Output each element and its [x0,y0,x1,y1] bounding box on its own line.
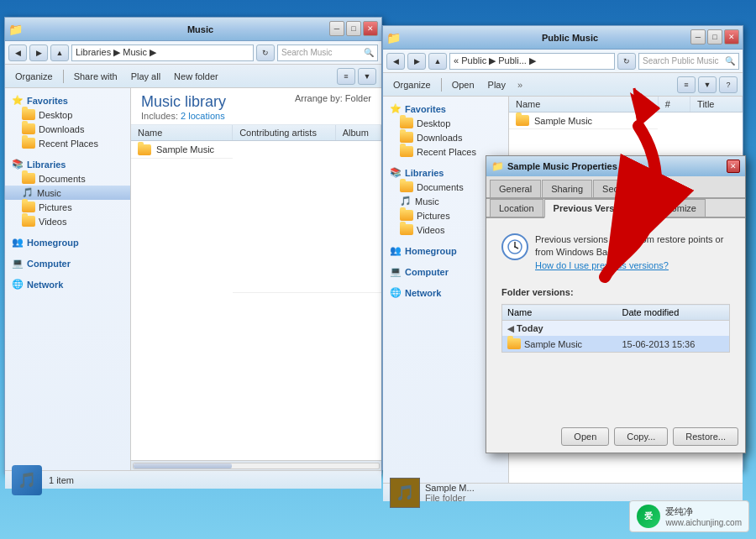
tab-location[interactable]: Location [490,199,543,217]
new-folder-btn-1[interactable]: New folder [169,67,223,86]
downloads-icon [22,123,35,134]
address-path-1[interactable]: Libraries ▶ Music ▶ [71,44,254,61]
computer-label: Computer [27,259,71,269]
titlebar-1: 📁 Music ─ □ ✕ [5,18,381,41]
sidebar-item-videos[interactable]: Videos [5,214,130,228]
locations-link[interactable]: 2 locations [181,111,225,121]
sidebar-item-downloads-2[interactable]: Downloads [383,130,508,144]
tab-general[interactable]: General [490,180,541,197]
view-btn-4[interactable]: ▼ [698,76,717,93]
status-text-1: 1 item [49,475,74,485]
homegroup-header[interactable]: 👥 Homegroup [5,233,130,249]
sidebar-item-desktop-2[interactable]: Desktop [383,116,508,130]
downloads-icon-2 [400,132,413,143]
play-btn-1[interactable]: Play all [126,67,165,86]
versions-header-row: Name Date modified [502,305,730,321]
libraries-label: Libraries [27,160,66,170]
help-btn-2[interactable]: ? [719,76,738,93]
restore-version-btn[interactable]: Restore... [673,427,738,446]
back-btn-1[interactable]: ◀ [8,44,27,61]
close-btn-2[interactable]: ✕ [724,29,739,44]
col-num-2[interactable]: # [658,97,690,113]
view-controls-2: ≡ ▼ ? [677,76,738,93]
organize-btn-1[interactable]: Organize [10,67,58,86]
info-link[interactable]: How do I use previous versions? [535,260,669,270]
network-header[interactable]: 🌐 Network [5,275,130,291]
docs-icon-2 [400,181,413,192]
search-box-1[interactable]: Search Music 🔍 [277,44,378,61]
versions-item-row[interactable]: Sample Music 15-06-2013 15:36 [502,336,730,353]
prev-versions-text: Previous versions come from restore poin… [535,233,730,272]
col-title-2[interactable]: Title [690,97,743,113]
computer-header[interactable]: 💻 Computer [5,254,130,270]
open-btn-2[interactable]: Open [447,76,480,94]
favorites-header[interactable]: ⭐ Favorites [5,92,130,107]
forward-btn-2[interactable]: ▶ [407,53,426,70]
libraries-header[interactable]: 📚 Libraries [5,155,130,171]
maximize-btn-2[interactable]: □ [707,29,722,44]
item-name-1: Sample Music [156,144,214,154]
toolbar-2: Organize Open Play » ≡ ▼ ? [383,73,743,97]
watermark-url: www.aichunjing.com [665,518,742,527]
share-btn-1[interactable]: Share with [69,67,123,86]
desktop-label-2: Desktop [417,118,450,128]
sidebar-item-downloads[interactable]: Downloads [5,122,130,136]
address-path-2[interactable]: « Public ▶ Publi... ▶ [449,53,615,70]
col-version-name[interactable]: Name [502,305,617,321]
tab-customize[interactable]: Customize [643,199,706,217]
more-btn-2[interactable]: » [517,80,522,90]
sidebar-item-music[interactable]: 🎵 Music [5,186,130,200]
up-btn-2[interactable]: ▲ [428,53,447,70]
item-artists-1 [233,141,336,293]
forward-btn-1[interactable]: ▶ [29,44,48,61]
view-btn-1[interactable]: ≡ [337,68,355,85]
close-btn-1[interactable]: ✕ [363,21,378,36]
clock-icon [501,233,528,260]
view-btn-2[interactable]: ▼ [358,68,376,85]
minimize-btn-1[interactable]: ─ [329,21,344,36]
sidebar-item-recent[interactable]: Recent Places [5,136,130,150]
music-label-2: Music [415,196,439,207]
view-btn-3[interactable]: ≡ [677,76,696,93]
table-row[interactable]: Sample Music [131,141,381,293]
up-btn-1[interactable]: ▲ [50,44,69,61]
refresh-btn-2[interactable]: ↻ [617,53,636,70]
status-bar-1: 🎵 1 item [5,470,381,489]
tab-security[interactable]: Security [593,180,645,197]
vids-label: Videos [39,217,66,227]
search-box-2[interactable]: Search Public Music 🔍 [638,53,739,70]
sidebar-item-pictures[interactable]: Pictures [5,200,130,214]
open-version-btn[interactable]: Open [561,427,609,446]
back-btn-2[interactable]: ◀ [386,53,405,70]
network-icon: 🌐 [12,279,24,290]
sidebar-item-desktop[interactable]: Desktop [5,107,130,122]
star-icon-2: ⭐ [390,103,402,114]
organize-btn-2[interactable]: Organize [388,76,436,94]
content-table-1: Name Contributing artists Album Sample M… [131,125,381,293]
col-artists-1[interactable]: Contributing artists [233,125,336,141]
properties-close-btn[interactable]: ✕ [727,160,740,173]
library-includes: Includes: 2 locations [141,111,371,121]
explorer-window-1: 📁 Music ─ □ ✕ ◀ ▶ ▲ Libraries ▶ Music ▶ … [4,17,382,474]
scrollbar-h-1[interactable] [131,460,381,470]
maximize-btn-1[interactable]: □ [346,21,361,36]
address-bar-1: ◀ ▶ ▲ Libraries ▶ Music ▶ ↻ Search Music… [5,41,381,65]
status-bar-2: 🎵 Sample M... File folder [383,483,743,501]
watermark-logo: 爱 [637,505,660,528]
favorites-header-2[interactable]: ⭐ Favorites [383,100,508,116]
minimize-btn-2[interactable]: ─ [690,29,706,44]
tab-sharing[interactable]: Sharing [542,180,592,197]
homegroup-label-2: Homegroup [405,246,457,256]
sidebar-item-documents[interactable]: Documents [5,171,130,186]
col-album-1[interactable]: Album [335,125,381,141]
favorites-label-2: Favorites [405,104,446,114]
col-name-1[interactable]: Name [131,125,233,141]
tab-previous-versions[interactable]: Previous Versions [544,199,643,218]
col-name-2[interactable]: Name [509,97,658,113]
play-btn-2[interactable]: Play [483,76,511,94]
item-name-2: Sample Music [534,116,592,126]
col-version-date[interactable]: Date modified [617,305,729,321]
content-empty-space-1 [131,293,381,460]
copy-version-btn[interactable]: Copy... [614,427,668,446]
refresh-btn-1[interactable]: ↻ [256,44,275,61]
